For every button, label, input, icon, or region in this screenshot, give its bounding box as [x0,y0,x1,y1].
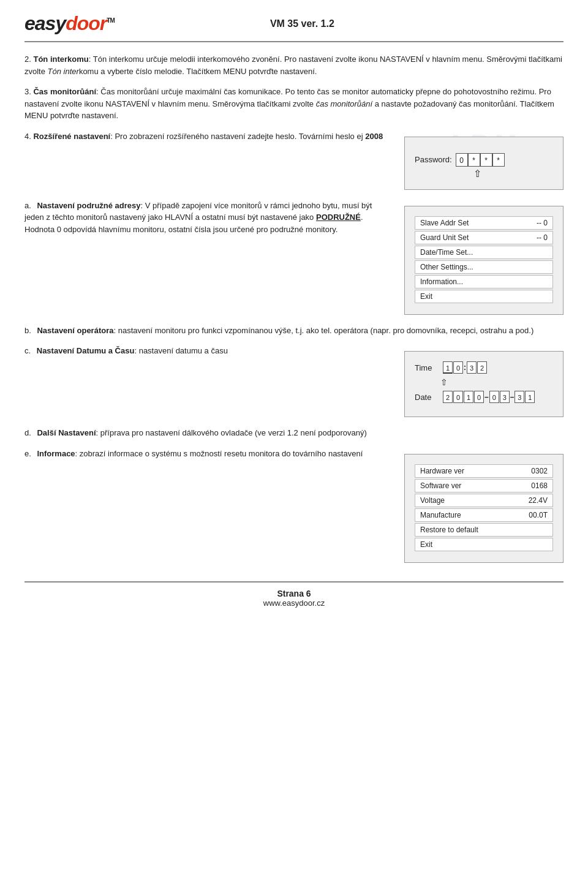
section-d-text: : příprava pro nastavení dálkového ovlad… [96,428,367,437]
info-item-manufacture: Manufacture 00.0T [415,508,553,522]
section-a: a. Nastavení podružné adresy: V případě … [24,200,564,315]
section-b-text: : nastavení monitoru pro funkci vzpomína… [113,326,533,335]
section-2-text: 2. Tón interkomu: Tón interkomu určuje m… [24,53,564,77]
pw-char-2: * [468,153,480,167]
section-a-bold: Nastavení podružné adresy [37,201,140,210]
date-y2: 0 [453,391,463,403]
section-3-num: 3. [24,87,31,96]
section-e-letter: e. [24,449,31,458]
footer-url: www.easydoor.cz [24,598,564,608]
date-d2: 1 [525,391,535,403]
date-y1: 2 [443,391,453,403]
section-2-num: 2. [24,55,31,64]
date-m1: 0 [489,391,499,403]
info-voltage-label: Voltage [420,496,445,505]
info-item-voltage: Voltage 22.4V [415,494,553,507]
info-swver-label: Software ver [420,481,461,490]
password-cursor-arrow: ⇧ [473,168,553,179]
info-hwver-label: Hardware ver [420,467,464,475]
menu-item-exit-label: Exit [420,292,432,301]
password-panel: Password: 0 * * * ⇧ [404,137,564,190]
date-y3: 1 [464,391,473,403]
menu-item-information-label: Information... [420,277,463,286]
menu-item-slave: Slave Addr Set -- 0 [415,216,553,230]
section-e: e. Informace: zobrazí informace o systém… [24,448,564,563]
pw-char-1: 0 [456,153,468,167]
time-label: Time [415,363,439,372]
info-list: Hardware ver 0302 Software ver 0168 Volt… [415,464,553,551]
info-item-exit: Exit [415,538,553,551]
time-row: Time 1 0 : 3 2 [415,361,553,374]
datetime-panel: Time 1 0 : 3 2 ⇧ Date 2 0 [404,351,564,417]
menu-item-other: Other Settings... [415,260,553,274]
section-3: 3. Čas monitorůání: Čas monitorůání urču… [24,86,564,122]
section-a-letter: a. [24,201,31,210]
info-swver-value: 0168 [531,481,548,490]
section-4-text: 4. Rozšířené nastavení: Pro zobrazení ro… [24,130,392,146]
date-d1: 3 [514,391,524,403]
menu-panel-wrapper: SYS Slave Addr Set -- 0 Guard Unit Set -… [404,200,564,315]
info-voltage-value: 22.4V [529,496,548,505]
time-h2: 0 [453,361,463,374]
section-e-bold: Informace [37,449,75,458]
password-panel-wrapper: ARM SYS Password: 0 * * * ⇧ [404,130,564,190]
date-m2: 3 [500,391,510,403]
section-4-text: : Pro zobrazení rozšířeného nastavení za… [110,132,365,141]
section-c-letter: c. [24,346,31,355]
section-3-bold: Čas monitorůání [33,87,96,96]
logo-door: door [66,12,107,34]
logo: easydoorTM [24,12,115,35]
section-c-bold: Nastavení Datumu a Času [37,346,135,355]
menu-item-exit: Exit [415,290,553,303]
password-box: 0 * * * [456,153,505,167]
section-3-text: 3. Čas monitorůání: Čas monitorůání urču… [24,86,564,122]
menu-item-datetime: Date/Time Set... [415,246,553,259]
section-2-text2: komu a vyberte číslo melodie. Tlačítkem … [79,67,317,76]
section-c: c. Nastavení Datumu a Času: nastavení da… [24,345,564,417]
date-row: Date 2 0 1 0 – 0 3 – 3 1 [415,391,553,403]
section-d-letter: d. [24,428,31,437]
info-manufacture-label: Manufacture [420,511,461,519]
password-row: Password: 0 * * * [415,153,553,167]
menu-item-guard-value: -- 0 [537,233,548,242]
logo-area: easydoorTM [24,12,115,35]
footer: Strana 6 www.easydoor.cz [24,581,564,608]
section-b: b. Nastavení operátora: nastavení monito… [24,325,564,337]
time-m1: 3 [467,361,477,374]
menu-item-other-label: Other Settings... [420,263,473,271]
menu-item-slave-value: -- 0 [537,219,548,227]
section-a-underline: PODRUŽNÉ [316,213,361,222]
logo-easy: easy [24,12,66,34]
section-4: 4. Rozšířené nastavení: Pro zobrazení ro… [24,130,564,190]
menu-item-guard: Guard Unit Set -- 0 [415,231,553,244]
logo-tm: TM [107,17,114,24]
section-b-bold: Nastavení operátora [37,326,113,335]
section-4-bold2: 2008 [365,132,383,141]
date-sep1: – [484,393,489,401]
section-2-italic: Tón inter [48,67,79,76]
info-exit-label: Exit [420,540,432,549]
info-item-restore: Restore to default [415,523,553,537]
section-a-text: a. Nastavení podružné adresy: V případě … [24,200,392,239]
datetime-panel-wrapper: ARM SYS Time 1 0 : 3 2 ⇧ [404,345,564,417]
section-2-bold: Tón interkomu [33,55,88,64]
menu-item-slave-label: Slave Addr Set [420,219,469,227]
section-e-text: e. Informace: zobrazí informace o systém… [24,448,392,464]
menu-panel: Slave Addr Set -- 0 Guard Unit Set -- 0 … [404,206,564,315]
info-panel: Hardware ver 0302 Software ver 0168 Volt… [404,454,564,563]
section-e-text: : zobrazí informace o systému s možností… [75,449,363,458]
section-2: 2. Tón interkomu: Tón interkomu určuje m… [24,53,564,77]
date-y4: 0 [474,391,484,403]
info-hwver-value: 0302 [531,467,548,475]
menu-item-information: Information... [415,275,553,288]
header-title: VM 35 ver. 1.2 [115,18,490,29]
section-d: d. Další Nastavení: příprava pro nastave… [24,427,564,439]
section-c-text: : nastavení datumu a času [134,346,227,355]
section-d-bold: Další Nastavení [37,428,96,437]
time-h1: 1 [443,361,453,374]
time-box: 1 0 : 3 2 [443,361,487,374]
info-item-hwver: Hardware ver 0302 [415,464,553,478]
footer-page: Strana 6 [24,589,564,598]
section-c-text: c. Nastavení Datumu a Času: nastavení da… [24,345,392,361]
info-manufacture-value: 00.0T [529,511,548,519]
